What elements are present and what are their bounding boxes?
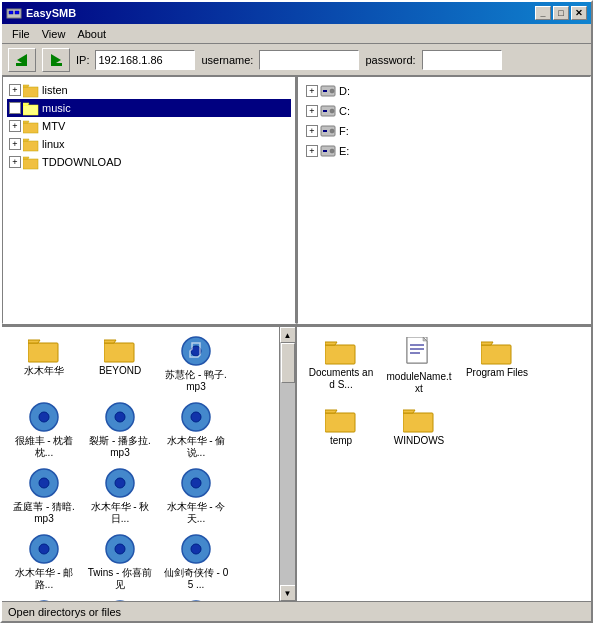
- tree-item-D[interactable]: + D:: [302, 81, 586, 101]
- svg-rect-4: [16, 63, 27, 66]
- file-item-10[interactable]: 水木年华 - 邮路...: [8, 531, 80, 593]
- title-controls: _ □ ✕: [535, 6, 587, 20]
- right-file-item-5[interactable]: WINDOWS: [383, 403, 455, 449]
- main-area: + listen - music: [2, 76, 591, 601]
- minimize-button[interactable]: _: [535, 6, 551, 20]
- folder-icon-right-5: [403, 405, 435, 433]
- svg-point-38: [115, 412, 125, 422]
- scroll-track[interactable]: [280, 343, 296, 585]
- svg-point-52: [191, 544, 201, 554]
- bottom-panels: 水木年华 BEYOND 苏慧伦 - 鸭子.mp3: [2, 326, 591, 601]
- expand-mtv[interactable]: +: [9, 120, 21, 132]
- app-title: EasySMB: [26, 7, 76, 19]
- menu-bar: File View About: [2, 24, 591, 44]
- drive-icon-C: [320, 103, 336, 119]
- scroll-up-button[interactable]: ▲: [280, 327, 296, 343]
- folder-icon-music: [23, 100, 39, 116]
- bottom-left-panel: 水木年华 BEYOND 苏慧伦 - 鸭子.mp3: [2, 326, 297, 601]
- svg-point-19: [330, 89, 334, 93]
- label-D: D:: [339, 85, 350, 97]
- password-label: password:: [365, 54, 415, 66]
- top-panels: + listen - music: [2, 76, 591, 326]
- svg-rect-11: [23, 123, 38, 133]
- scroll-down-button[interactable]: ▼: [280, 585, 296, 601]
- file-item-5[interactable]: 裂斯 - 播多拉.mp3: [84, 399, 156, 461]
- svg-point-40: [191, 412, 201, 422]
- menu-about[interactable]: About: [71, 27, 112, 41]
- tree-item-E[interactable]: + E:: [302, 141, 586, 161]
- expand-tddownload[interactable]: +: [9, 156, 21, 168]
- expand-F[interactable]: +: [306, 125, 318, 137]
- mp3-icon-13: [28, 599, 60, 601]
- status-text: Open directorys or files: [8, 606, 121, 618]
- expand-linux[interactable]: +: [9, 138, 21, 150]
- expand-C[interactable]: +: [306, 105, 318, 117]
- username-input[interactable]: [259, 50, 359, 70]
- ip-input[interactable]: [95, 50, 195, 70]
- tree-item-C[interactable]: + C:: [302, 101, 586, 121]
- right-file-item-2[interactable]: moduleName.txt: [383, 335, 455, 397]
- expand-music[interactable]: -: [9, 102, 21, 114]
- folder-icon-big-2: [104, 335, 136, 363]
- tree-item-listen[interactable]: + listen: [7, 81, 291, 99]
- mp3-icon-9: [180, 467, 212, 499]
- folder-icon-big-1: [28, 335, 60, 363]
- scroll-thumb[interactable]: [281, 343, 295, 383]
- forward-arrow-icon: [47, 51, 65, 69]
- mp3-icon-5: [104, 401, 136, 433]
- right-file-item-1[interactable]: Documents and S...: [305, 335, 377, 397]
- expand-E[interactable]: +: [306, 145, 318, 157]
- drive-icon-D: [320, 83, 336, 99]
- menu-view[interactable]: View: [36, 27, 72, 41]
- file-item-3[interactable]: 苏慧伦 - 鸭子.mp3: [160, 333, 232, 395]
- right-file-item-4[interactable]: temp: [305, 403, 377, 449]
- title-bar: EasySMB _ □ ✕: [2, 2, 591, 24]
- back-button[interactable]: [8, 48, 36, 72]
- label-F: F:: [339, 125, 349, 137]
- file-item-8[interactable]: 水木年华 - 秋日...: [84, 465, 156, 527]
- right-tree-container: + D: + C:: [298, 77, 590, 165]
- file-item-1[interactable]: 水木年华: [8, 333, 80, 395]
- file-item-6[interactable]: 水木年华 - 偷说...: [160, 399, 232, 461]
- file-item-15[interactable]: K.One - 告慰善 m: [160, 597, 232, 601]
- right-file-item-3[interactable]: Program Files: [461, 335, 533, 397]
- file-label-11: Twins - 你喜前见: [86, 567, 154, 591]
- file-item-9[interactable]: 水木年华 - 今天...: [160, 465, 232, 527]
- maximize-button[interactable]: □: [553, 6, 569, 20]
- file-label-7: 孟庭苇 - 猜暗.mp3: [10, 501, 78, 525]
- file-item-2[interactable]: BEYOND: [84, 333, 156, 395]
- tree-item-linux[interactable]: + linux: [7, 135, 291, 153]
- file-item-11[interactable]: Twins - 你喜前见: [84, 531, 156, 593]
- bottom-left-scroll-content[interactable]: 水木年华 BEYOND 苏慧伦 - 鸭子.mp3: [2, 327, 279, 601]
- menu-file[interactable]: File: [6, 27, 36, 41]
- file-item-12[interactable]: 仙剑奇侠传 - 05 ...: [160, 531, 232, 593]
- svg-rect-59: [325, 345, 355, 364]
- svg-point-46: [191, 478, 201, 488]
- mp3-icon-15: [180, 599, 212, 601]
- svg-point-28: [330, 149, 334, 153]
- file-item-4[interactable]: 很維丰 - 枕着枕...: [8, 399, 80, 461]
- expand-D[interactable]: +: [306, 85, 318, 97]
- tree-item-F[interactable]: + F:: [302, 121, 586, 141]
- label-tddownload: TDDOWNLOAD: [42, 156, 121, 168]
- password-input[interactable]: [422, 50, 502, 70]
- file-label-6: 水木年华 - 偷说...: [162, 435, 230, 459]
- close-button[interactable]: ✕: [571, 6, 587, 20]
- forward-button[interactable]: [42, 48, 70, 72]
- svg-rect-67: [481, 345, 511, 364]
- right-file-label-2: moduleName.txt: [385, 371, 453, 395]
- file-item-14[interactable]: 花立新 - hey 女...: [84, 597, 156, 601]
- svg-rect-6: [51, 63, 62, 66]
- right-file-label-5: WINDOWS: [394, 435, 445, 447]
- svg-rect-9: [23, 105, 38, 115]
- file-item-7[interactable]: 孟庭苇 - 猜暗.mp3: [8, 465, 80, 527]
- tree-item-mtv[interactable]: + MTV: [7, 117, 291, 135]
- tree-item-tddownload[interactable]: + TDDOWNLOAD: [7, 153, 291, 171]
- tree-item-music[interactable]: - music: [7, 99, 291, 117]
- label-music: music: [42, 102, 71, 114]
- file-label-12: 仙剑奇侠传 - 05 ...: [162, 567, 230, 591]
- file-label-10: 水木年华 - 邮路...: [10, 567, 78, 591]
- svg-marker-60: [325, 342, 337, 345]
- expand-listen[interactable]: +: [9, 84, 21, 96]
- file-item-13[interactable]: SHE - 一眼万年: [8, 597, 80, 601]
